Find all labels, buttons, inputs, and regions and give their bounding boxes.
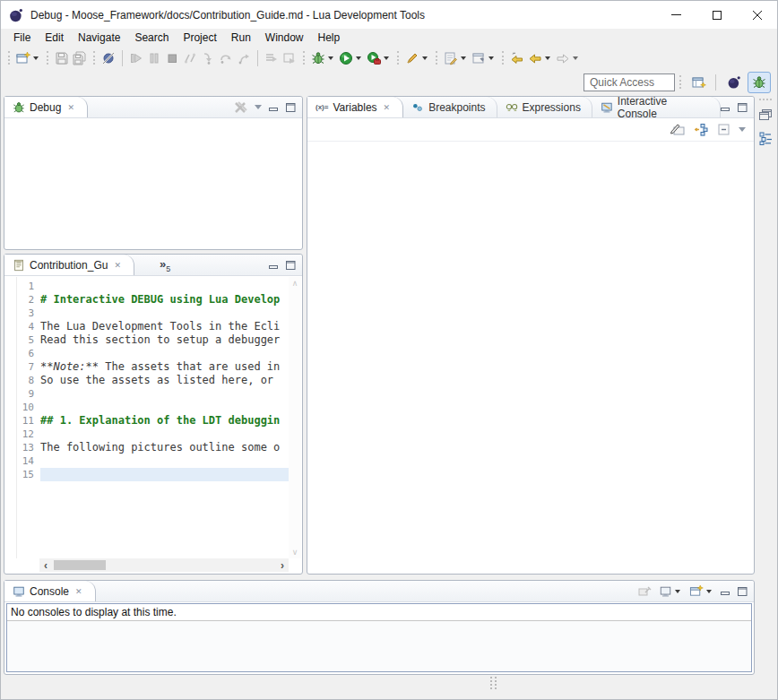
- scroll-thumb[interactable]: [54, 560, 106, 570]
- step-into-button[interactable]: [199, 48, 217, 68]
- sash-main-console[interactable]: [4, 575, 755, 580]
- lua-perspective-icon: [727, 75, 741, 90]
- view-menu-button[interactable]: [739, 127, 746, 132]
- scroll-track[interactable]: [52, 558, 276, 572]
- pin-editor-button[interactable]: [470, 48, 497, 68]
- skip-all-breakpoints-button[interactable]: [99, 48, 117, 68]
- step-return-button[interactable]: [235, 48, 253, 68]
- back-button[interactable]: [526, 48, 554, 68]
- maximize-view-button[interactable]: [286, 261, 296, 270]
- tab-interactive-console[interactable]: Interactive Console: [592, 97, 721, 117]
- toolbar-drag-handle[interactable]: [8, 51, 10, 65]
- menu-project[interactable]: Project: [176, 30, 223, 46]
- minimize-view-button[interactable]: [721, 587, 730, 596]
- save-button[interactable]: [53, 48, 71, 68]
- collapse-all-icon[interactable]: [717, 123, 730, 136]
- last-edit-location-button[interactable]: [508, 48, 526, 68]
- tab-variables[interactable]: (x)= Variables ✕: [307, 97, 403, 117]
- menu-run[interactable]: Run: [224, 30, 258, 46]
- maximize-view-button[interactable]: [286, 103, 296, 112]
- lua-perspective-button[interactable]: [722, 72, 746, 93]
- status-trim-drag-handle[interactable]: [490, 677, 497, 689]
- tab-contribution-guide[interactable]: Contribution_Gu ✕: [4, 255, 134, 275]
- minimize-icon: [671, 14, 681, 15]
- annotation-ruler[interactable]: [5, 277, 17, 558]
- tab-expressions[interactable]: Expressions: [497, 97, 592, 117]
- hidden-editors-indicator[interactable]: »5: [160, 257, 170, 273]
- forward-button[interactable]: [554, 48, 582, 68]
- disconnect-button[interactable]: [181, 48, 199, 68]
- tab-close-icon[interactable]: ✕: [384, 103, 391, 112]
- save-all-button[interactable]: [71, 48, 89, 68]
- run-button[interactable]: [337, 48, 365, 68]
- tab-breakpoints[interactable]: Breakpoints: [403, 97, 497, 117]
- use-step-filters-button[interactable]: [263, 48, 281, 68]
- menu-help[interactable]: Help: [311, 30, 348, 46]
- resume-button[interactable]: [127, 48, 145, 68]
- menu-navigate[interactable]: Navigate: [71, 30, 127, 46]
- step-over-button[interactable]: [217, 48, 235, 68]
- tab-label: Interactive Console: [618, 95, 709, 120]
- new-wizard-button[interactable]: [14, 48, 42, 68]
- scroll-up-icon[interactable]: ∧: [292, 279, 298, 288]
- menu-search[interactable]: Search: [127, 30, 176, 46]
- show-type-names-icon[interactable]: [670, 123, 686, 136]
- sash-left-right[interactable]: [303, 96, 307, 575]
- scroll-right-icon[interactable]: ›: [276, 559, 289, 572]
- tab-close-icon[interactable]: ✕: [114, 261, 121, 270]
- menu-window[interactable]: Window: [258, 30, 311, 46]
- step-into-icon: [201, 51, 215, 65]
- variables-view-toolbar: [307, 118, 754, 142]
- hidden-editors-count: 5: [166, 264, 170, 272]
- run-last-tool-button[interactable]: [281, 48, 298, 68]
- step-filters-icon: [264, 51, 279, 65]
- editor-vertical-scrollbar[interactable]: ∧ ∨: [289, 277, 301, 558]
- save-all-icon: [73, 51, 87, 65]
- view-menu-button[interactable]: [255, 105, 262, 109]
- pin-console-icon[interactable]: [637, 585, 652, 598]
- console-header-controls: [637, 581, 754, 601]
- editor-line: 14: [18, 454, 289, 468]
- open-console-button[interactable]: [689, 584, 713, 598]
- trim-drag-handle[interactable]: [759, 99, 772, 100]
- scroll-down-icon[interactable]: ∨: [292, 548, 298, 557]
- debug-perspective-button[interactable]: [748, 72, 771, 93]
- display-selected-console-button[interactable]: [659, 585, 682, 598]
- restore-view-button[interactable]: [756, 106, 774, 124]
- editor-text-area[interactable]: 1 2# Interactive DEBUG using Lua Develop…: [18, 280, 289, 481]
- tab-console[interactable]: Console ✕: [4, 581, 96, 601]
- scroll-left-icon[interactable]: ‹: [39, 559, 52, 572]
- minimize-view-button[interactable]: [721, 103, 730, 112]
- save-icon: [55, 51, 69, 65]
- remove-terminated-launches-icon[interactable]: [234, 101, 247, 114]
- terminate-button[interactable]: [163, 48, 181, 68]
- window-maximize-button[interactable]: [696, 1, 737, 29]
- window-minimize-button[interactable]: [656, 1, 696, 29]
- tab-close-icon[interactable]: ✕: [75, 587, 82, 596]
- external-tools-icon: [367, 51, 381, 65]
- debug-perspective-icon: [752, 75, 766, 90]
- quick-access-input[interactable]: [584, 73, 675, 91]
- show-logical-structure-icon[interactable]: [694, 123, 709, 136]
- outline-view-button[interactable]: [756, 129, 774, 147]
- minimize-view-button[interactable]: [269, 261, 279, 270]
- external-tools-button[interactable]: [365, 48, 393, 68]
- suspend-button[interactable]: [145, 48, 163, 68]
- tab-close-icon[interactable]: ✕: [67, 103, 74, 112]
- debug-view-panel: Debug ✕: [4, 96, 303, 250]
- new-task-button[interactable]: [442, 48, 470, 68]
- debug-button[interactable]: [309, 48, 337, 68]
- window-close-button[interactable]: [737, 1, 777, 29]
- sash-debug-editor[interactable]: [4, 250, 303, 254]
- editor-horizontal-scrollbar[interactable]: ‹ ›: [39, 558, 289, 572]
- application-window: Debug - Moose_Framework/docs/Contributio…: [0, 0, 778, 700]
- minimize-view-button[interactable]: [269, 103, 279, 112]
- maximize-view-button[interactable]: [738, 587, 748, 596]
- menu-edit[interactable]: Edit: [38, 30, 71, 46]
- open-perspective-button[interactable]: [687, 72, 711, 93]
- maximize-view-button[interactable]: [738, 103, 748, 112]
- pen-tool-button[interactable]: [403, 48, 431, 68]
- tab-debug[interactable]: Debug ✕: [4, 97, 88, 117]
- tab-label: Contribution_Gu: [30, 259, 108, 272]
- menu-file[interactable]: File: [6, 30, 38, 46]
